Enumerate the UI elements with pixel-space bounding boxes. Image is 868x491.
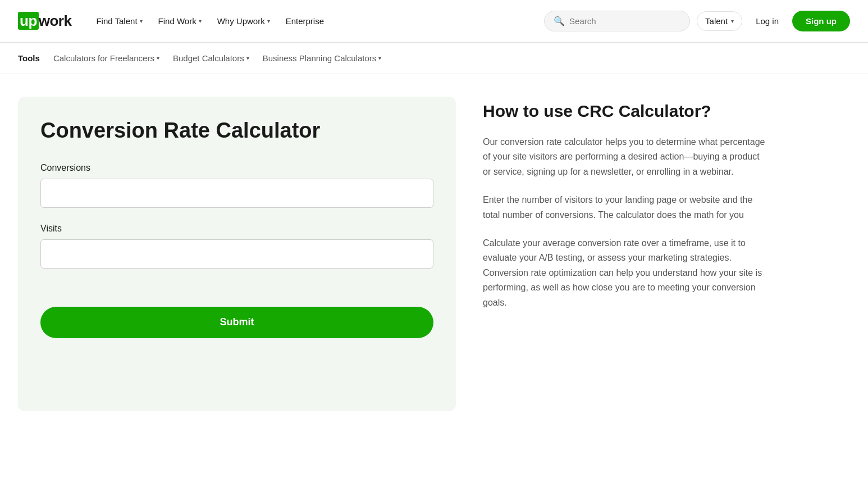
- talent-filter-dropdown[interactable]: Talent ▾: [697, 11, 742, 31]
- visits-input[interactable]: [40, 239, 433, 269]
- visits-label: Visits: [40, 224, 433, 234]
- calculator-card: Conversion Rate Calculator Conversions V…: [18, 97, 456, 411]
- secondary-nav: Tools Calculators for Freelancers ▾ Budg…: [0, 43, 868, 74]
- info-section: How to use CRC Calculator? Our conversio…: [483, 97, 768, 411]
- main-content: Conversion Rate Calculator Conversions V…: [0, 74, 786, 434]
- nav-business-planning-calculators[interactable]: Business Planning Calculators ▾: [263, 53, 382, 63]
- info-title: How to use CRC Calculator?: [483, 101, 768, 121]
- chevron-down-icon: ▾: [378, 55, 381, 61]
- chevron-down-icon: ▾: [267, 18, 270, 24]
- search-icon: 🔍: [554, 16, 565, 26]
- chevron-down-icon: ▾: [157, 55, 159, 61]
- logo[interactable]: upwork: [18, 12, 71, 30]
- conversions-group: Conversions: [40, 163, 433, 208]
- info-paragraph-1: Our conversion rate calculator helps you…: [483, 135, 768, 179]
- search-bar[interactable]: 🔍: [544, 11, 690, 31]
- nav-why-upwork[interactable]: Why Upwork ▾: [211, 12, 277, 30]
- chevron-down-icon: ▾: [140, 18, 143, 24]
- main-nav: Find Talent ▾ Find Work ▾ Why Upwork ▾ E…: [89, 12, 544, 30]
- submit-button[interactable]: Submit: [40, 307, 433, 338]
- search-input[interactable]: [569, 16, 680, 26]
- visits-group: Visits: [40, 224, 433, 269]
- chevron-down-icon: ▾: [731, 18, 734, 24]
- chevron-down-icon: ▾: [246, 55, 249, 61]
- logo-icon: up: [18, 12, 39, 30]
- nav-budget-calculators[interactable]: Budget Calculators ▾: [173, 53, 249, 63]
- header-right: 🔍 Talent ▾ Log in Sign up: [544, 11, 850, 31]
- nav-enterprise[interactable]: Enterprise: [279, 12, 331, 30]
- nav-find-talent[interactable]: Find Talent ▾: [89, 12, 149, 30]
- nav-calculators-freelancers[interactable]: Calculators for Freelancers ▾: [53, 53, 159, 63]
- signup-button[interactable]: Sign up: [792, 11, 850, 31]
- conversions-input[interactable]: [40, 179, 433, 208]
- chevron-down-icon: ▾: [199, 18, 202, 24]
- conversions-label: Conversions: [40, 163, 433, 173]
- calculator-title: Conversion Rate Calculator: [40, 119, 433, 143]
- login-button[interactable]: Log in: [749, 12, 785, 30]
- nav-find-work[interactable]: Find Work ▾: [152, 12, 208, 30]
- tools-label[interactable]: Tools: [18, 53, 40, 63]
- header: upwork Find Talent ▾ Find Work ▾ Why Upw…: [0, 0, 868, 43]
- info-paragraph-3: Calculate your average conversion rate o…: [483, 236, 768, 310]
- info-paragraph-2: Enter the number of visitors to your lan…: [483, 193, 768, 222]
